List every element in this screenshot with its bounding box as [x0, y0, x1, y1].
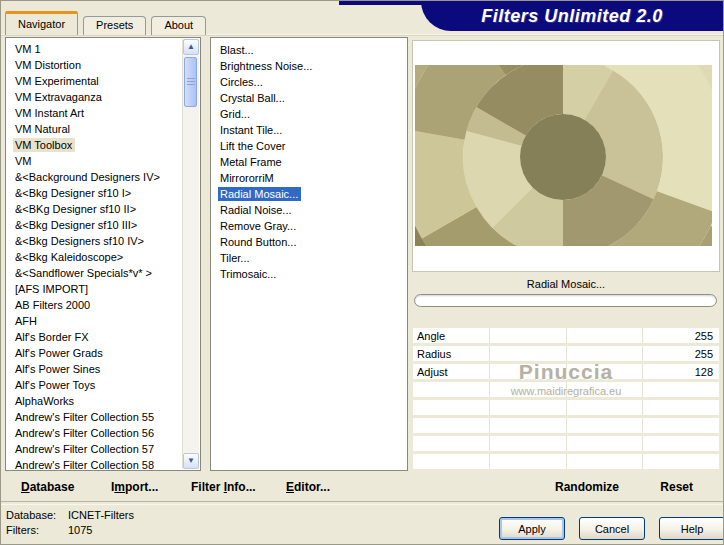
menu-editor[interactable]: Editor...: [286, 480, 330, 494]
status-separator: [1, 501, 723, 505]
list-item-label: Brightness Noise...: [218, 59, 315, 73]
scrollbar-thumb[interactable]: [184, 57, 197, 107]
list-item[interactable]: Lift the Cover: [211, 138, 407, 154]
list-item[interactable]: Tiler...: [211, 250, 407, 266]
list-item[interactable]: Alf's Power Grads: [6, 345, 182, 361]
list-item[interactable]: VM: [6, 153, 182, 169]
list-item[interactable]: AB Filters 2000: [6, 297, 182, 313]
list-item-label: [AFS IMPORT]: [13, 282, 91, 296]
param-value: 255: [695, 348, 713, 360]
cancel-button[interactable]: Cancel: [579, 517, 645, 540]
menu-database[interactable]: Database: [21, 480, 74, 494]
list-item[interactable]: Crystal Ball...: [211, 90, 407, 106]
list-item[interactable]: Round Button...: [211, 234, 407, 250]
list-item[interactable]: [AFS IMPORT]: [6, 281, 182, 297]
list-item[interactable]: &<Bkg Designers sf10 IV>: [6, 233, 182, 249]
list-item-label: AFH: [13, 314, 40, 328]
list-item[interactable]: Metal Frame: [211, 154, 407, 170]
list-item[interactable]: Radial Noise...: [211, 202, 407, 218]
list-item[interactable]: &<BKg Designer sf10 II>: [6, 201, 182, 217]
list-item[interactable]: &<Bkg Kaleidoscope>: [6, 249, 182, 265]
category-list[interactable]: ▲ ▼ VM 1VM DistortionVM ExperimentalVM E…: [5, 37, 201, 471]
menu-import[interactable]: Import...: [111, 480, 158, 494]
tab-navigator[interactable]: Navigator: [5, 11, 78, 35]
list-item-label: MirrororriM: [218, 171, 277, 185]
list-item[interactable]: Andrew's Filter Collection 56: [6, 425, 182, 441]
param-slider-empty[interactable]: [413, 454, 719, 469]
menu-mnemonic: m: [114, 480, 125, 494]
list-item[interactable]: Remove Gray...: [211, 218, 407, 234]
filters-unlimited-dialog: Filters Unlimited 2.0 Navigator Presets …: [0, 0, 724, 545]
list-item-label: Andrew's Filter Collection 56: [13, 426, 157, 440]
list-item[interactable]: Andrew's Filter Collection 58: [6, 457, 182, 471]
filter-preview-image: [415, 65, 712, 246]
filter-list[interactable]: Blast...Brightness Noise...Circles...Cry…: [210, 37, 408, 471]
dialog-buttons: Apply Cancel Help: [499, 517, 724, 540]
list-item[interactable]: Grid...: [211, 106, 407, 122]
list-item[interactable]: Alf's Power Toys: [6, 377, 182, 393]
param-slider-empty[interactable]: [413, 400, 719, 415]
menu-label: port...: [125, 480, 158, 494]
status-filters-value: 1075: [68, 524, 92, 536]
tab-label: Navigator: [18, 18, 65, 30]
list-item[interactable]: Brightness Noise...: [211, 58, 407, 74]
menu-label: Filter: [191, 480, 224, 494]
list-item[interactable]: &<Bkg Designer sf10 III>: [6, 217, 182, 233]
list-item[interactable]: &<Sandflower Specials*v* >: [6, 265, 182, 281]
list-item-label: VM Extravaganza: [13, 90, 105, 104]
reset-button[interactable]: Reset: [660, 480, 693, 494]
list-item[interactable]: Alf's Border FX: [6, 329, 182, 345]
apply-button[interactable]: Apply: [499, 517, 565, 540]
param-slider-empty[interactable]: [413, 382, 719, 397]
list-item[interactable]: Trimosaic...: [211, 266, 407, 282]
list-item-label: Metal Frame: [218, 155, 285, 169]
list-item-label: &<Bkg Kaleidoscope>: [13, 250, 126, 264]
list-item[interactable]: VM 1: [6, 41, 182, 57]
list-item[interactable]: Instant Tile...: [211, 122, 407, 138]
parameter-sliders: Angle255Radius255Adjust128: [413, 328, 719, 472]
list-item-label: &<Background Designers IV>: [13, 170, 163, 184]
param-slider-radius[interactable]: Radius255: [413, 346, 719, 361]
tab-presets[interactable]: Presets: [83, 16, 146, 35]
list-item[interactable]: VM Distortion: [6, 57, 182, 73]
list-item-label: Tiler...: [218, 251, 253, 265]
list-item[interactable]: Alf's Power Sines: [6, 361, 182, 377]
list-item[interactable]: MirrororriM: [211, 170, 407, 186]
list-item[interactable]: VM Instant Art: [6, 105, 182, 121]
list-item-label: &<BKg Designer sf10 II>: [13, 202, 139, 216]
list-item-label: Alf's Power Grads: [13, 346, 106, 360]
param-slider-empty[interactable]: [413, 436, 719, 451]
list-item-label: VM 1: [13, 42, 44, 56]
list-item-label: Round Button...: [218, 235, 299, 249]
param-slider-empty[interactable]: [413, 418, 719, 433]
list-item[interactable]: VM Extravaganza: [6, 89, 182, 105]
list-item[interactable]: Radial Mosaic...: [211, 186, 407, 202]
button-label: Help: [681, 523, 704, 535]
param-slider-adjust[interactable]: Adjust128: [413, 364, 719, 379]
list-item[interactable]: VM Natural: [6, 121, 182, 137]
category-list-scrollbar[interactable]: ▲ ▼: [182, 39, 199, 469]
list-item[interactable]: Circles...: [211, 74, 407, 90]
list-item-label: AlphaWorks: [13, 394, 77, 408]
list-item[interactable]: Blast...: [211, 42, 407, 58]
scroll-up-icon[interactable]: ▲: [183, 39, 199, 55]
list-item[interactable]: VM Experimental: [6, 73, 182, 89]
list-item[interactable]: AlphaWorks: [6, 393, 182, 409]
list-item[interactable]: VM Toolbox: [6, 137, 182, 153]
list-item[interactable]: Andrew's Filter Collection 57: [6, 441, 182, 457]
list-item-label: Radial Noise...: [218, 203, 295, 217]
tab-about[interactable]: About: [151, 16, 206, 35]
list-item-label: Andrew's Filter Collection 55: [13, 410, 157, 424]
list-item-label: Instant Tile...: [218, 123, 285, 137]
param-slider-angle[interactable]: Angle255: [413, 328, 719, 343]
list-item[interactable]: AFH: [6, 313, 182, 329]
status-filters-label: Filters:: [6, 523, 68, 538]
randomize-button[interactable]: Randomize: [555, 480, 619, 494]
list-item-label: Circles...: [218, 75, 266, 89]
scroll-down-icon[interactable]: ▼: [183, 453, 199, 469]
list-item[interactable]: &<Bkg Designer sf10 I>: [6, 185, 182, 201]
list-item[interactable]: Andrew's Filter Collection 55: [6, 409, 182, 425]
list-item[interactable]: &<Background Designers IV>: [6, 169, 182, 185]
menu-filter-info[interactable]: Filter Info...: [191, 480, 256, 494]
help-button[interactable]: Help: [659, 517, 724, 540]
